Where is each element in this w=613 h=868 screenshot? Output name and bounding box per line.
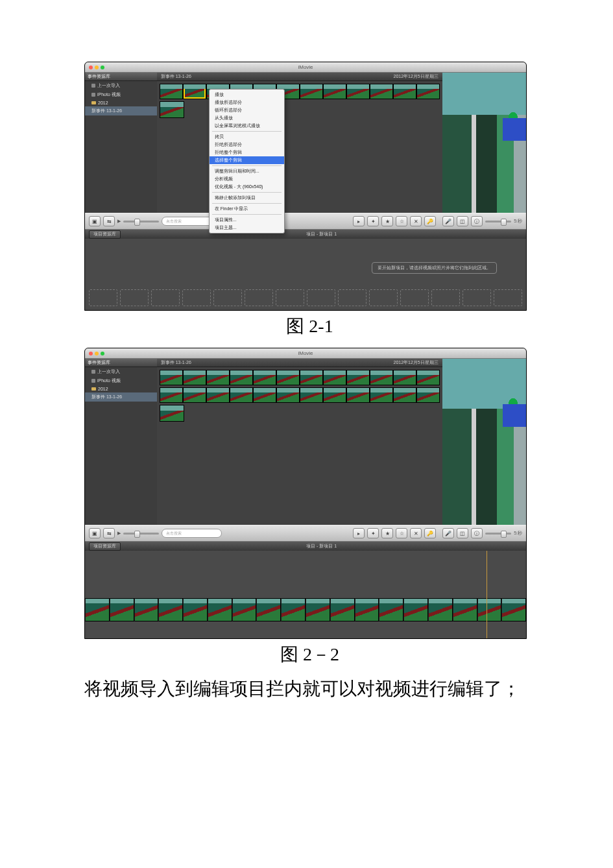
ctx-adjust-date[interactable]: 调整剪辑日期和时间...: [210, 167, 284, 175]
clip-thumb[interactable]: [160, 387, 183, 403]
favorite-button[interactable]: ✦: [367, 528, 379, 538]
star-button[interactable]: ★: [381, 528, 393, 538]
clip-thumb[interactable]: [300, 84, 323, 99]
timeline-clip-strip[interactable]: [85, 598, 526, 621]
ctx-analyze[interactable]: 分析视频: [210, 175, 284, 183]
arrow-tool-button[interactable]: ▸: [353, 528, 365, 538]
traffic-lights[interactable]: [85, 66, 104, 69]
crop-button[interactable]: ◫: [457, 216, 468, 226]
clip-thumb[interactable]: [416, 387, 440, 403]
timeline-thumb[interactable]: [330, 598, 355, 621]
crop-button[interactable]: ◫: [457, 528, 468, 538]
search-input[interactable]: 点击搜索: [162, 529, 222, 538]
clip-thumb[interactable]: [183, 387, 206, 403]
clips-area[interactable]: [157, 367, 442, 525]
sidebar-item-2012[interactable]: 2012: [85, 99, 157, 106]
clip-thumb[interactable]: [323, 387, 346, 403]
timeline-thumb[interactable]: [477, 598, 502, 621]
ctx-play[interactable]: 播放: [210, 91, 284, 99]
sidebar-item-iphoto[interactable]: iPhoto 视频: [85, 376, 157, 385]
event-browser[interactable]: 新事件 13-1-26 2012年12月5日星期三: [157, 73, 442, 213]
sidebar-item-event[interactable]: 新事件 13-1-26: [85, 106, 157, 115]
clip-thumb-single[interactable]: [160, 405, 184, 422]
zoom-icon[interactable]: [101, 66, 104, 69]
minimize-icon[interactable]: [95, 352, 99, 356]
clip-thumb[interactable]: [230, 370, 253, 385]
timeline-thumb[interactable]: [110, 598, 134, 621]
clip-strip-row[interactable]: [160, 387, 440, 403]
zoom-icon[interactable]: [101, 352, 104, 356]
clip-thumb[interactable]: [183, 370, 206, 385]
sidebar-item-event[interactable]: 新事件 13-1-26: [85, 392, 157, 402]
clip-thumb-single[interactable]: [160, 101, 184, 118]
clip-thumb[interactable]: [370, 370, 393, 385]
timeline-thumb[interactable]: [306, 598, 330, 621]
ctx-project-theme[interactable]: 项目主题...: [210, 224, 284, 232]
clip-thumb[interactable]: [276, 370, 300, 385]
event-browser[interactable]: 新事件 13-1-26 2012年12月5日星期三: [157, 359, 442, 525]
ctx-reject-clip[interactable]: 拒绝整个剪辑: [210, 149, 284, 156]
minimize-icon[interactable]: [95, 66, 99, 69]
ctx-fullscreen[interactable]: 以全屏幕浏览模式播放: [210, 122, 284, 130]
project-timeline[interactable]: 要开始新项目，请选择视频或照片并将它们拖到此区域。: [85, 239, 526, 310]
camera-import-button[interactable]: ▣: [89, 216, 101, 226]
unmark-button[interactable]: ☆: [396, 216, 407, 226]
thumb-size-slider[interactable]: [485, 533, 511, 535]
star-button[interactable]: ★: [381, 216, 393, 226]
keyword-button[interactable]: 🔑: [424, 528, 436, 538]
ctx-add-still[interactable]: 将静止帧添加到项目: [210, 194, 284, 202]
clip-thumb-selected[interactable]: [183, 84, 206, 99]
sidebar-item-last-import[interactable]: 上一次导入: [85, 367, 157, 376]
ctx-loop-selection[interactable]: 循环所选部分: [210, 106, 284, 114]
zoom-slider[interactable]: [123, 221, 159, 223]
play-icon[interactable]: ▶: [117, 531, 121, 536]
clip-thumb[interactable]: [323, 370, 346, 385]
clip-thumb[interactable]: [206, 370, 230, 385]
ctx-play-from-start[interactable]: 从头播放: [210, 114, 284, 122]
ctx-show-in-finder[interactable]: 在 Finder 中显示: [210, 205, 284, 213]
clip-thumb[interactable]: [393, 84, 416, 99]
sidebar-item-last-import[interactable]: 上一次导入: [85, 81, 157, 90]
timeline-thumb[interactable]: [158, 598, 183, 621]
clip-strip-row[interactable]: [160, 370, 440, 385]
clip-thumb[interactable]: [416, 84, 440, 99]
reject-button[interactable]: ✕: [410, 528, 422, 538]
timeline-thumb[interactable]: [183, 598, 208, 621]
inspector-button[interactable]: ⓘ: [471, 216, 483, 226]
ctx-copy[interactable]: 拷贝: [210, 133, 284, 141]
close-icon[interactable]: [89, 352, 93, 356]
clip-thumb[interactable]: [300, 370, 323, 385]
arrow-tool-button[interactable]: ▸: [353, 216, 365, 226]
clip-thumb[interactable]: [416, 370, 440, 385]
clip-thumb[interactable]: [346, 387, 370, 403]
project-timeline[interactable]: [85, 551, 526, 638]
clip-thumb[interactable]: [323, 84, 346, 99]
clips-area[interactable]: 播放 播放所选部分 循环所选部分 从头播放 以全屏幕浏览模式播放 拷贝 拒绝所选…: [157, 81, 442, 213]
ctx-reject-selection[interactable]: 拒绝所选部分: [210, 141, 284, 149]
event-sidebar[interactable]: 事件资源库 上一次导入 iPhoto 视频 2012 新事件 13-1-26: [85, 73, 157, 213]
thumb-size-knob[interactable]: [501, 219, 507, 226]
timeline-thumb[interactable]: [85, 598, 110, 621]
clip-thumb[interactable]: [253, 370, 276, 385]
unmark-button[interactable]: ☆: [396, 528, 407, 538]
clip-thumb[interactable]: [370, 84, 393, 99]
timeline-thumb[interactable]: [501, 598, 526, 621]
clip-thumb[interactable]: [276, 387, 300, 403]
inspector-button[interactable]: ⓘ: [471, 528, 483, 538]
zoom-knob[interactable]: [134, 219, 140, 226]
clip-thumb[interactable]: [160, 370, 183, 385]
project-library-button[interactable]: 项目资源库: [89, 230, 121, 239]
clip-thumb[interactable]: [230, 387, 253, 403]
thumb-size-slider[interactable]: [485, 221, 511, 223]
reject-button[interactable]: ✕: [410, 216, 422, 226]
context-menu[interactable]: 播放 播放所选部分 循环所选部分 从头播放 以全屏幕浏览模式播放 拷贝 拒绝所选…: [209, 89, 285, 234]
ctx-optimize[interactable]: 优化视频 - 大 (960x540): [210, 183, 284, 191]
camera-import-button[interactable]: ▣: [89, 528, 101, 538]
zoom-slider[interactable]: [123, 533, 159, 535]
thumb-size-knob[interactable]: [501, 531, 507, 538]
favorite-button[interactable]: ✦: [367, 216, 379, 226]
clip-strip-row[interactable]: [160, 84, 440, 99]
timeline-thumb[interactable]: [134, 598, 159, 621]
ctx-select-entire-clip[interactable]: 选择整个剪辑: [210, 156, 284, 164]
mic-button[interactable]: 🎤: [442, 528, 454, 538]
